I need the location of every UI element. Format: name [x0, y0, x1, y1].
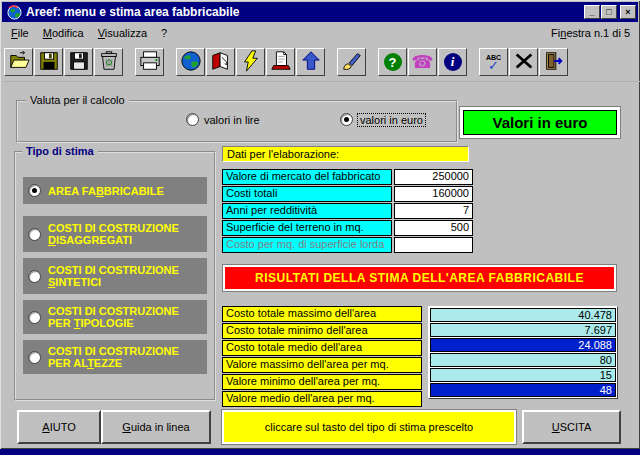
stima-option-4[interactable]: COSTI DI COSTRUZIONEPER TIPOLOGIE: [23, 300, 207, 334]
menu-bar: FileModificaVisualizza? Finestra n.1 di …: [4, 23, 636, 42]
stima-option-label: COSTI DI COSTRUZIONESINTETICI: [48, 264, 179, 288]
radio-icon: [28, 351, 41, 364]
help-circle-icon: ?: [384, 53, 402, 71]
data-row: Costo per mq. di superficie lorda: [222, 237, 473, 253]
data-table: Valore di mercato del fabbricato250000Co…: [222, 169, 473, 254]
data-row: Superficie del terreno in mq.500: [222, 220, 473, 236]
telephone-icon: ☎: [411, 53, 433, 71]
results-banner: RISULTATI DELLA STIMA DELL'AREA FABBRICA…: [222, 264, 617, 292]
data-row: Anni per redditività7: [222, 203, 473, 219]
floppy-save-dark-icon: [68, 50, 90, 75]
radio-icon: [28, 184, 41, 197]
floppy-save-button[interactable]: [34, 48, 63, 76]
tipo-group-title: Tipo di stima: [22, 145, 98, 157]
paintbrush-button[interactable]: [337, 48, 366, 76]
results-labels: Costo totale massimo dell'areaCosto tota…: [222, 306, 422, 408]
valuta-option-label: valori in lire: [204, 114, 260, 126]
currency-indicator: Valori in euro: [459, 106, 621, 139]
stima-option-5[interactable]: COSTI DI COSTRUZIONEPER ALTEZZE: [23, 340, 207, 374]
paintbrush-icon: [341, 50, 363, 75]
printer-button[interactable]: [135, 48, 164, 76]
menu-item-file[interactable]: File: [4, 25, 36, 41]
valuta-option-valori-in-lire[interactable]: valori in lire: [186, 113, 260, 126]
exit-door-icon: [543, 50, 565, 75]
menu-item-?[interactable]: ?: [154, 25, 174, 41]
help-circle-button[interactable]: ?: [378, 48, 407, 76]
menu-items: FileModificaVisualizza?: [4, 25, 174, 41]
open-folder-button[interactable]: [4, 48, 33, 76]
document-tray-icon: [270, 50, 292, 75]
radio-icon: [28, 228, 41, 241]
uscita-button[interactable]: USCITA: [522, 410, 621, 444]
stima-option-1[interactable]: AREA FABBRICABILE: [23, 177, 207, 204]
radio-icon: [28, 311, 41, 324]
menu-item-modifica[interactable]: Modifica: [36, 25, 91, 41]
title-bar: Areef: menu e stima area fabbricabile _ …: [2, 2, 638, 22]
edit-book-icon: [210, 50, 232, 75]
valuta-groupbox: Valuta per il calcolo valori in lirevalo…: [16, 100, 458, 143]
minimize-button[interactable]: _: [584, 5, 600, 19]
toolbar: ?☎iABC✓: [4, 43, 640, 82]
data-row-label: Superficie del terreno in mq.: [222, 220, 392, 236]
lightning-icon: [240, 50, 262, 75]
valuta-group-title: Valuta per il calcolo: [26, 94, 129, 106]
window-title: Areef: menu e stima area fabbricabile: [26, 5, 584, 19]
stima-option-2[interactable]: COSTI DI COSTRUZIONEDISAGGREGATI: [23, 216, 207, 252]
stima-option-label: COSTI DI COSTRUZIONEPER TIPOLOGIE: [48, 305, 179, 329]
trash-button[interactable]: [94, 48, 123, 76]
floppy-save-icon: [38, 50, 60, 75]
radio-icon: [340, 113, 353, 126]
up-arrow-icon: [300, 50, 322, 75]
data-row-label: Valore di mercato del fabbricato: [222, 169, 392, 185]
results-values: 40.4787.69724.088801548: [428, 306, 618, 399]
edit-book-button[interactable]: [206, 48, 235, 76]
result-value-field: 15: [430, 368, 616, 382]
x-mark-button[interactable]: [509, 48, 538, 76]
menu-item-visualizza[interactable]: Visualizza: [91, 25, 154, 41]
aiuto-button[interactable]: AIUTO: [17, 410, 101, 444]
stima-option-label: COSTI DI COSTRUZIONEPER ALTEZZE: [48, 345, 179, 369]
open-folder-icon: [8, 50, 30, 75]
data-value-field[interactable]: 160000: [394, 186, 473, 202]
exit-door-button[interactable]: [539, 48, 568, 76]
data-value-field[interactable]: 7: [394, 203, 473, 219]
app-globe-icon[interactable]: [6, 4, 22, 20]
x-mark-icon: [513, 50, 535, 75]
maximize-button[interactable]: □: [601, 5, 617, 19]
stima-option-label: AREA FABBRICABILE: [48, 185, 164, 197]
data-row: Costi totali160000: [222, 186, 473, 202]
info-circle-icon: i: [444, 53, 462, 71]
currency-indicator-text: Valori in euro: [463, 110, 617, 135]
radio-icon: [28, 270, 41, 283]
data-value-field[interactable]: 250000: [394, 169, 473, 185]
abc-check-icon: ABC✓: [486, 54, 501, 70]
stima-option-label: COSTI DI COSTRUZIONEDISAGGREGATI: [48, 222, 179, 246]
document-tray-button[interactable]: [266, 48, 295, 76]
valuta-option-label: valori in euro: [358, 114, 425, 126]
data-section-header: Dati per l'elaborazione:: [222, 146, 469, 162]
results-banner-text: RISULTATI DELLA STIMA DELL'AREA FABBRICA…: [225, 267, 614, 289]
floppy-save-dark-button[interactable]: [64, 48, 93, 76]
telephone-button[interactable]: ☎: [408, 48, 437, 76]
info-circle-button[interactable]: i: [438, 48, 467, 76]
result-value-field: 7.697: [430, 323, 616, 337]
close-button[interactable]: ×: [620, 5, 636, 19]
guida-in-linea-button[interactable]: Guida in linea: [101, 410, 211, 444]
result-row-label: Costo totale medio dell'area: [222, 340, 422, 356]
result-row-label: Valore minimo dell'area per mq.: [222, 374, 422, 390]
data-row-label: Costi totali: [222, 186, 392, 202]
result-row-label: Costo totale massimo dell'area: [222, 306, 422, 322]
data-value-field[interactable]: [394, 237, 473, 253]
up-arrow-button[interactable]: [296, 48, 325, 76]
radio-icon: [186, 113, 199, 126]
lightning-button[interactable]: [236, 48, 265, 76]
status-message: cliccare sul tasto del tipo di stima pre…: [222, 410, 516, 444]
abc-check-button[interactable]: ABC✓: [479, 48, 508, 76]
globe-button[interactable]: [176, 48, 205, 76]
window-controls: _ □ ×: [584, 5, 636, 19]
valuta-option-valori-in-euro[interactable]: valori in euro: [340, 113, 425, 126]
data-value-field[interactable]: 500: [394, 220, 473, 236]
tipo-groupbox: Tipo di stima AREA FABBRICABILECOSTI DI …: [14, 151, 216, 401]
data-row: Valore di mercato del fabbricato250000: [222, 169, 473, 185]
stima-option-3[interactable]: COSTI DI COSTRUZIONESINTETICI: [23, 258, 207, 294]
